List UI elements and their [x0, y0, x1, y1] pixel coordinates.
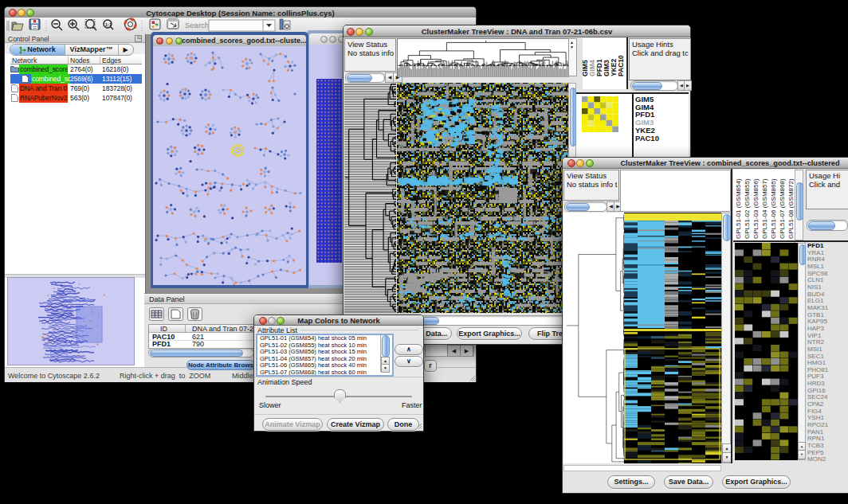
svg-text:Search:: Search:	[185, 21, 211, 29]
svg-text:1:1: 1:1	[105, 22, 112, 27]
